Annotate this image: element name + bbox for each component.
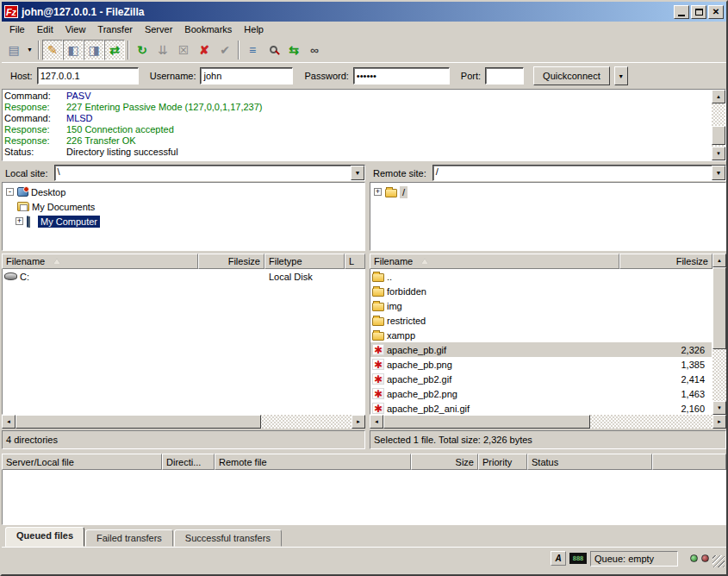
tree-label[interactable]: Desktop xyxy=(28,186,68,198)
host-input[interactable] xyxy=(37,67,139,85)
remote-site-combo[interactable]: / ▼ xyxy=(432,165,726,181)
toolbar-separator xyxy=(128,41,129,59)
menu-bar: File Edit View Transfer Server Bookmarks… xyxy=(2,22,726,37)
scroll-right-icon[interactable]: ► xyxy=(352,415,365,429)
tree-label[interactable]: / xyxy=(400,186,408,198)
password-input[interactable] xyxy=(353,67,450,85)
log-view-toggle-icon[interactable]: ✎ xyxy=(42,40,63,60)
remote-file-row[interactable]: ✱apache_pb2_ani.gif2,160 xyxy=(370,401,712,415)
column-filename[interactable]: Filename xyxy=(2,254,198,269)
local-site-combo[interactable]: \ ▼ xyxy=(54,165,365,181)
menu-help[interactable]: Help xyxy=(238,22,270,36)
tab-successful-transfers[interactable]: Successful transfers xyxy=(174,529,282,547)
remote-file-row[interactable]: ✱apache_pb2.gif2,414 xyxy=(370,372,712,386)
combo-dropdown-icon[interactable]: ▼ xyxy=(351,166,364,180)
remote-file-row[interactable]: ✱apache_pb2.png1,463 xyxy=(370,386,712,401)
queue-tabs: Queued files Failed transfers Successful… xyxy=(2,525,726,547)
scroll-down-icon[interactable]: ▼ xyxy=(712,401,726,415)
column-last-modified[interactable]: L xyxy=(345,254,365,269)
title-bar: Fz john@127.0.0.1 - FileZilla ✕ xyxy=(2,2,726,22)
remote-hscrollbar[interactable]: ◄ ► xyxy=(370,415,726,429)
close-button[interactable]: ✕ xyxy=(708,5,724,19)
local-site-label: Local site: xyxy=(2,168,52,178)
transfer-queue-list[interactable] xyxy=(2,470,726,525)
column-priority[interactable]: Priority xyxy=(478,454,527,470)
remote-dir-row[interactable]: .. xyxy=(370,269,712,284)
remote-dir-row[interactable]: xampp xyxy=(370,328,712,342)
remote-tree-toggle-icon[interactable]: ◨ xyxy=(84,40,104,60)
column-server-local-file[interactable]: Server/Local file xyxy=(2,454,162,470)
site-manager-icon[interactable]: ▤ xyxy=(3,40,24,60)
combo-dropdown-icon[interactable]: ▼ xyxy=(712,166,725,180)
filter-icon[interactable]: ≡ xyxy=(242,40,263,60)
remote-file-row[interactable]: ✱apache_pb.png1,385 xyxy=(370,357,712,372)
folder-icon xyxy=(385,189,397,197)
username-input[interactable] xyxy=(200,67,293,85)
queue-view-toggle-icon[interactable]: ⇄ xyxy=(104,40,125,60)
file-size: 2,160 xyxy=(625,404,712,414)
scroll-left-icon[interactable]: ◄ xyxy=(2,415,16,429)
speed-limit-indicator-icon[interactable]: 888 xyxy=(569,553,587,564)
file-name: apache_pb.gif xyxy=(387,345,446,355)
remote-dir-row[interactable]: forbidden xyxy=(370,284,712,298)
column-remote-file[interactable]: Remote file xyxy=(215,454,411,470)
tree-item-my-computer[interactable]: + My Computer xyxy=(6,214,364,229)
find-binoculars-icon[interactable]: ∞ xyxy=(304,40,325,60)
scroll-up-icon[interactable]: ▲ xyxy=(712,90,725,103)
expand-icon[interactable]: + xyxy=(16,217,23,225)
tree-item-root[interactable]: + / xyxy=(374,185,725,199)
remote-dir-row[interactable]: img xyxy=(370,298,712,313)
tree-label[interactable]: My Documents xyxy=(29,201,97,213)
file-name: apache_pb2.gif xyxy=(387,374,451,385)
menu-server[interactable]: Server xyxy=(139,22,178,36)
sort-ascending-icon xyxy=(53,259,60,264)
minimize-button[interactable] xyxy=(674,5,689,19)
column-filetype[interactable]: Filetype xyxy=(264,254,345,269)
scroll-up-icon[interactable]: ▲ xyxy=(712,254,726,267)
tab-failed-transfers[interactable]: Failed transfers xyxy=(85,529,173,547)
log-scrollbar[interactable]: ▲ ▼ xyxy=(712,90,725,160)
remote-dir-row[interactable]: restricted xyxy=(370,313,712,328)
port-input[interactable] xyxy=(485,67,524,85)
scroll-down-icon[interactable]: ▼ xyxy=(712,147,725,160)
scroll-right-icon[interactable]: ► xyxy=(712,415,726,429)
site-manager-dropdown-icon[interactable]: ▼ xyxy=(24,40,35,60)
scroll-left-icon[interactable]: ◄ xyxy=(370,415,383,429)
quickconnect-button[interactable]: Quickconnect xyxy=(533,66,610,85)
maximize-button[interactable] xyxy=(691,5,706,19)
tree-item-desktop[interactable]: - Desktop xyxy=(6,185,364,199)
remote-file-row-selected[interactable]: ✱apache_pb.gif2,326 xyxy=(370,342,712,357)
menu-file[interactable]: File xyxy=(3,22,31,36)
refresh-icon[interactable]: ↻ xyxy=(132,40,152,60)
resize-grip[interactable] xyxy=(712,555,725,567)
menu-view[interactable]: View xyxy=(59,22,92,36)
menu-transfer[interactable]: Transfer xyxy=(91,22,139,36)
compare-icon[interactable]: ⇆ xyxy=(283,40,304,60)
column-filename[interactable]: Filename xyxy=(370,254,619,269)
tab-queued-files[interactable]: Queued files xyxy=(5,527,84,547)
search-icon[interactable] xyxy=(263,40,283,60)
column-direction[interactable]: Directi... xyxy=(162,454,215,470)
local-tree-toggle-icon[interactable]: ◧ xyxy=(63,40,84,60)
disconnect-icon[interactable]: ✘ xyxy=(194,40,215,60)
queue-size-panel: Queue: empty xyxy=(590,551,678,567)
column-filesize[interactable]: Filesize xyxy=(619,254,712,269)
column-status[interactable]: Status xyxy=(527,454,652,470)
transfer-type-indicator-icon[interactable]: A xyxy=(551,551,566,566)
remote-status-text: Selected 1 file. Total size: 2,326 bytes xyxy=(370,430,726,449)
menu-bookmarks[interactable]: Bookmarks xyxy=(178,22,238,36)
menu-edit[interactable]: Edit xyxy=(31,22,59,36)
tree-item-my-documents[interactable]: My Documents xyxy=(6,199,364,214)
file-size: 2,414 xyxy=(625,374,712,385)
remote-list-scrollbar[interactable]: ▲ ▼ xyxy=(712,254,726,415)
toolbar-separator xyxy=(38,41,40,59)
tree-label[interactable]: My Computer xyxy=(38,216,100,228)
local-file-row[interactable]: C: Local Disk xyxy=(3,269,364,284)
quickconnect-dropdown-icon[interactable]: ▼ xyxy=(614,66,628,85)
column-filesize[interactable]: Filesize xyxy=(198,254,264,269)
remote-list-header: Filename Filesize xyxy=(370,254,712,269)
local-hscrollbar[interactable]: ◄ ► xyxy=(2,415,365,429)
column-size[interactable]: Size xyxy=(411,454,478,470)
collapse-icon[interactable]: - xyxy=(6,188,14,196)
expand-icon[interactable]: + xyxy=(374,188,382,196)
